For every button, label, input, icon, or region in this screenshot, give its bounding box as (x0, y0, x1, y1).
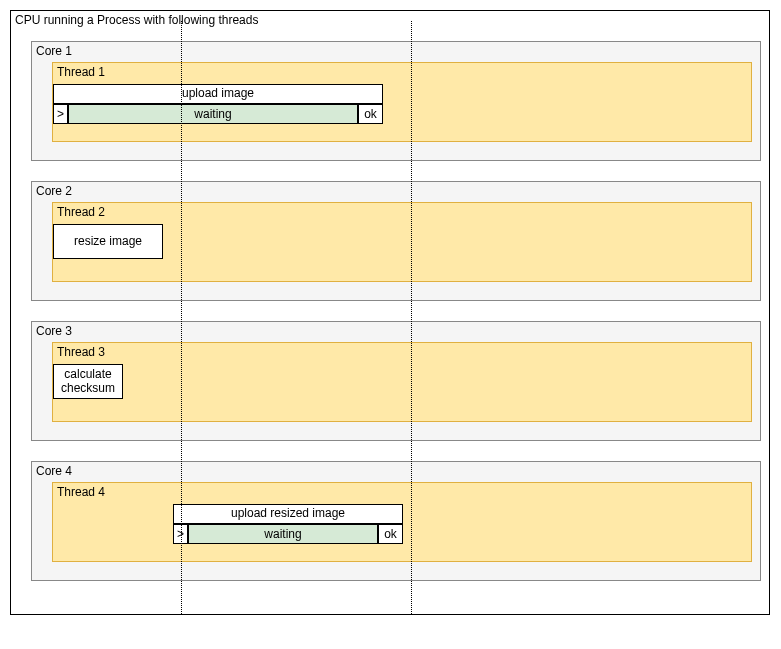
thread-block: Thread 3calculate checksum (52, 342, 752, 422)
core-label: Core 3 (36, 324, 72, 338)
core-block: Core 4Thread 4upload resized image>waiti… (31, 461, 761, 581)
ok-marker: ok (378, 524, 403, 544)
core-block: Core 2Thread 2resize image (31, 181, 761, 301)
task-box: upload resized image (173, 504, 403, 524)
diagram-title: CPU running a Process with following thr… (15, 13, 258, 27)
waiting-box: waiting (68, 104, 358, 124)
task-box: upload image (53, 84, 383, 104)
cpu-process-diagram: CPU running a Process with following thr… (10, 10, 770, 615)
ok-marker: ok (358, 104, 383, 124)
core-block: Core 3Thread 3calculate checksum (31, 321, 761, 441)
task-box: resize image (53, 224, 163, 259)
task-box: calculate checksum (53, 364, 123, 399)
start-marker: > (53, 104, 68, 124)
thread-block: Thread 2resize image (52, 202, 752, 282)
core-label: Core 4 (36, 464, 72, 478)
timeline-guide (411, 21, 412, 614)
core-block: Core 1Thread 1upload image>waitingok (31, 41, 761, 161)
thread-label: Thread 3 (57, 345, 105, 359)
thread-label: Thread 1 (57, 65, 105, 79)
thread-block: Thread 1upload image>waitingok (52, 62, 752, 142)
thread-label: Thread 4 (57, 485, 105, 499)
core-label: Core 2 (36, 184, 72, 198)
thread-block: Thread 4upload resized image>waitingok (52, 482, 752, 562)
thread-label: Thread 2 (57, 205, 105, 219)
timeline-guide (181, 21, 182, 614)
core-label: Core 1 (36, 44, 72, 58)
waiting-box: waiting (188, 524, 378, 544)
